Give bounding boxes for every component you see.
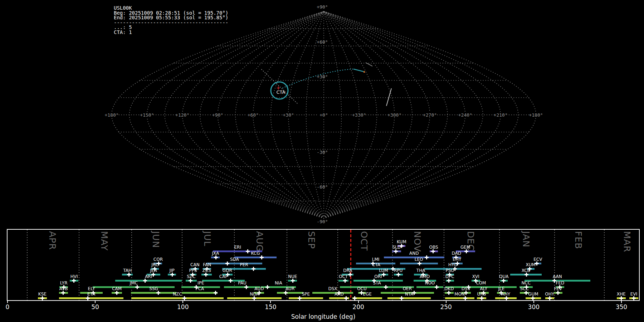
shower-label-tah: TAH — [123, 268, 132, 273]
shower-peak-fev — [557, 291, 558, 295]
shower-label-aur: AUR — [286, 287, 294, 291]
month-label-apr: APR — [47, 231, 58, 250]
shower-label-per: PER — [240, 263, 248, 267]
axis-tick — [621, 301, 622, 303]
month-label-may: MAY — [99, 231, 109, 251]
shower-peak-oer — [414, 291, 415, 295]
shower-peak-mon — [465, 296, 466, 300]
shower-bar-ssg — [131, 292, 176, 294]
shower-bar-mon — [445, 297, 474, 299]
shower-label-oct: OCT — [339, 274, 348, 279]
shower-label-ely: ELY — [88, 287, 95, 291]
axis-tick-label: 0 — [6, 303, 10, 311]
shower-label-sta: STA — [373, 281, 381, 286]
axis-tick-label: 250 — [440, 303, 452, 311]
shower-label-ecv: ECV — [533, 257, 542, 262]
shower-peak-oct — [345, 279, 346, 283]
shower-label-ari: ARI — [145, 274, 152, 279]
month-label-mar: MAR — [622, 231, 632, 252]
shower-peak-pca — [215, 291, 216, 295]
map-longitude-label: +0° — [319, 112, 328, 118]
map-latitude-label: +30° — [317, 74, 328, 79]
shower-peak-sta — [385, 285, 386, 289]
month-separator — [604, 230, 605, 300]
month-separator — [337, 230, 338, 300]
shower-peak-rpu — [398, 273, 399, 277]
shower-peak-xcb — [526, 273, 527, 277]
month-separator — [79, 230, 79, 300]
shower-peak-per — [253, 267, 254, 271]
axis-title: Solar longitude (deg) — [291, 313, 356, 320]
month-label-nov: NOV — [412, 231, 423, 252]
shower-label-pca: PCA — [195, 287, 204, 291]
shower-bar-spe — [289, 297, 323, 299]
axis-tick — [182, 301, 183, 303]
screen: +180°+150°+120°+90°+60°+30°+0°+330°+300°… — [0, 0, 644, 322]
shower-peak-ocu — [361, 291, 362, 295]
shower-peak-nta — [401, 296, 402, 300]
shower-peak-cam — [116, 291, 117, 295]
shower-label-mon: MON — [454, 292, 465, 297]
shower-label-ipe: IPE — [197, 281, 204, 286]
shower-label-and: AND — [409, 251, 419, 256]
shower-label-scc: SCC — [520, 287, 528, 291]
shower-label-sld: SLD — [392, 245, 401, 250]
shower-peak-noo — [436, 285, 437, 289]
meteor-streak — [386, 88, 391, 106]
shower-bar-aur — [277, 292, 303, 294]
shower-peak-cap — [230, 279, 231, 283]
shower-bar-eta — [59, 297, 123, 299]
shower-bar-sda — [206, 263, 262, 264]
shower-label-xum: XUM — [526, 263, 536, 267]
month-label-jul: JUL — [202, 231, 213, 247]
map-longitude-label: +270° — [423, 112, 437, 118]
shower-peak-szc — [190, 279, 191, 283]
shower-bar-ege — [352, 297, 382, 299]
map-latitude-label: -60° — [317, 184, 328, 190]
shower-peak-ard — [346, 296, 347, 300]
month-label-feb: FEB — [573, 231, 584, 249]
axis-tick-label: 50 — [91, 303, 99, 311]
shower-label-oer: OER — [403, 287, 412, 291]
month-label-oct: OCT — [359, 231, 369, 251]
shower-bar-jmc — [93, 286, 175, 288]
shower-peak-dsv — [465, 291, 467, 295]
axis-tick — [533, 301, 534, 303]
shower-peak-eri — [247, 249, 248, 253]
cta-count: CTA: 1 — [114, 30, 228, 35]
axis-tick — [446, 301, 447, 303]
shower-bar-dsx — [312, 292, 353, 294]
month-label-jun: JUN — [151, 231, 161, 248]
shower-peak-ari — [145, 279, 146, 283]
shower-label-noo: NOO — [425, 281, 435, 286]
shower-peak-dra — [350, 273, 351, 277]
map-longitude-label: +150° — [140, 112, 154, 118]
axis-tick-label: 100 — [177, 303, 189, 311]
month-separator — [182, 230, 182, 300]
shower-bar-kcg — [234, 257, 276, 258]
shower-label-dra: DRA — [343, 268, 352, 273]
shower-peak-ohy — [549, 296, 550, 300]
drift-endpoint — [364, 71, 365, 73]
map-longitude-label: +240° — [458, 112, 472, 118]
shower-peak-cta — [392, 267, 394, 271]
map-latitude-label: +60° — [317, 39, 328, 45]
shower-peak-dkd — [448, 291, 449, 295]
shower-label-eta: ETA — [87, 292, 95, 297]
shower-peak-sda — [227, 262, 228, 265]
shower-label-dsx: DSX — [328, 287, 337, 291]
shower-peak-jxa — [215, 255, 216, 259]
shower-peak-aan — [554, 279, 555, 283]
map-longitude-label: +120° — [175, 112, 189, 118]
shower-label-kcg: KCG — [251, 251, 260, 256]
map-latitude-label: -90° — [317, 219, 328, 224]
map-longitude-label: +300° — [387, 112, 401, 118]
shower-peak-tah — [128, 273, 130, 277]
shower-peak-ecv — [536, 262, 537, 265]
shower-peak-nia — [267, 285, 268, 289]
shower-peak-spe — [299, 296, 300, 300]
shower-label-ard: ARD — [335, 292, 344, 297]
map-longitude-label: +90° — [212, 112, 223, 118]
shower-peak-eta — [87, 296, 88, 300]
shower-peak-lum — [383, 273, 384, 277]
